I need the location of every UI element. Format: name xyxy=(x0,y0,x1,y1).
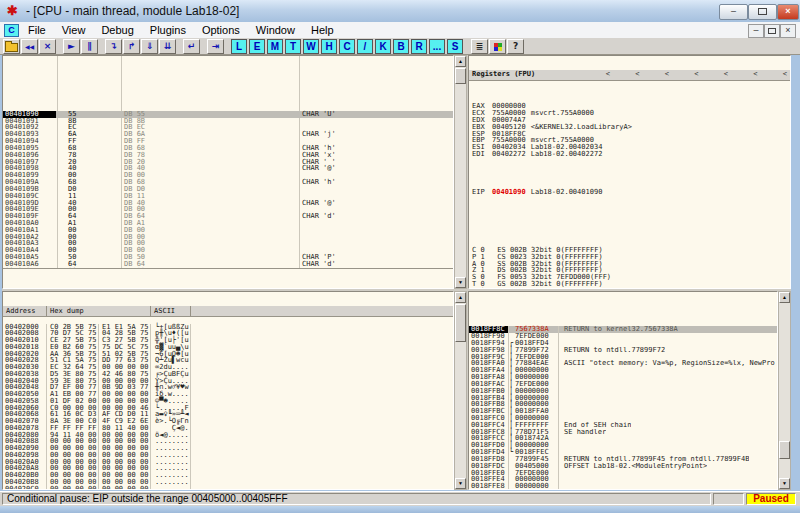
scroll-up-arrow[interactable]: ▲ xyxy=(779,292,790,303)
letter-button[interactable]: E xyxy=(249,39,265,54)
scroll-thumb[interactable] xyxy=(779,441,790,459)
step-into-button[interactable]: ↴ xyxy=(105,39,122,54)
letter-button[interactable]: K xyxy=(375,39,391,54)
stack-comment xyxy=(559,367,564,374)
stack-scrollbar[interactable]: ▲ ▼ xyxy=(778,291,791,490)
disasm-bytes: A1 xyxy=(56,220,120,227)
letter-button[interactable]: T xyxy=(285,39,301,54)
mdi-restore-button[interactable] xyxy=(764,24,780,38)
step-over-button[interactable]: ↱ xyxy=(123,39,140,54)
cpu-window-icon[interactable]: C xyxy=(4,24,19,37)
flag-row[interactable]: T 0 GS 002B 32bit 0(FFFFFFFF) xyxy=(472,281,790,288)
close-button[interactable]: × xyxy=(777,4,799,20)
maximize-button[interactable] xyxy=(748,4,777,20)
menu-item[interactable]: Window xyxy=(248,22,303,38)
register-comment: Lab18-02.00402272 xyxy=(531,151,603,158)
letter-button[interactable]: ... xyxy=(429,39,445,54)
close-program-button[interactable]: × xyxy=(39,39,56,54)
scroll-down-arrow[interactable]: ▼ xyxy=(779,478,790,489)
appearance-button[interactable] xyxy=(489,39,506,54)
colors-icon xyxy=(494,43,502,51)
execute-till-return-button[interactable]: ↵ xyxy=(183,39,200,54)
menu-item[interactable]: Debug xyxy=(93,22,141,38)
stack-comment: SE handler xyxy=(559,429,606,436)
register-comment: <&KERNEL32.LoadLibraryA> xyxy=(531,124,632,131)
letter-button[interactable]: B xyxy=(393,39,409,54)
scroll-thumb[interactable] xyxy=(455,68,466,84)
register-row[interactable]: EDI 00402272 Lab18-02.00402272 xyxy=(472,151,790,158)
letter-button[interactable]: H xyxy=(321,39,337,54)
stack-pane[interactable]: 0018FF8C 7567338A RETURN to kernel32.756… xyxy=(468,291,778,490)
dump-row[interactable]: 004020C0 00 00 00 00 00 00 00 00 .......… xyxy=(3,486,453,490)
log-window-button[interactable]: ≣ xyxy=(471,39,488,54)
disasm-instruction: DB 64 xyxy=(120,213,298,220)
disasm-bytes: 40 xyxy=(56,165,120,172)
window-letter-buttons: LEMTWHC/KBR...S xyxy=(231,39,465,54)
disasm-comment: CHAR '@' xyxy=(298,200,336,207)
letter-button[interactable]: M xyxy=(267,39,283,54)
title-bar: ✱ - [CPU - main thread, module Lab18-02]… xyxy=(0,0,800,23)
letter-button[interactable]: R xyxy=(411,39,427,54)
menu-item[interactable]: Plugins xyxy=(142,22,194,38)
stack-comment xyxy=(559,401,564,408)
letter-button[interactable]: C xyxy=(339,39,355,54)
disassembly-pane[interactable]: 00401090 55 DB 55 CHAR 'U' 00401091 8B D… xyxy=(2,55,454,289)
scroll-thumb[interactable] xyxy=(455,304,466,342)
dump-scrollbar[interactable]: ▲ ▼ xyxy=(454,291,467,490)
maximize-icon xyxy=(758,8,767,15)
scroll-up-arrow[interactable]: ▲ xyxy=(455,292,466,303)
run-button[interactable]: ► xyxy=(63,39,80,54)
menu-item[interactable]: Options xyxy=(194,22,248,38)
register-name: EIP xyxy=(472,189,492,196)
stack-comment: End of SEH chain xyxy=(559,422,631,429)
letter-button[interactable]: W xyxy=(303,39,319,54)
eip-row[interactable]: EIP 00401090 Lab18-02.00401090 xyxy=(472,189,790,196)
disasm-bytes: 68 xyxy=(56,145,120,152)
disasm-comment: CHAR 'd' xyxy=(298,213,336,220)
mdi-close-button[interactable]: × xyxy=(780,24,796,38)
disasm-bytes: 00 xyxy=(56,172,120,179)
stack-comment: RETURN to ntdll.77899F45 from ntdll.7789… xyxy=(559,456,749,463)
registers-pane[interactable]: Registers (FPU) < < < < < < < EAX 000000… xyxy=(468,55,791,289)
disasm-bytes: 50 xyxy=(56,254,120,261)
disasm-comment xyxy=(298,227,302,234)
animate-into-button[interactable]: ⇓ xyxy=(141,39,158,54)
letter-button[interactable]: / xyxy=(357,39,373,54)
menu-item[interactable]: View xyxy=(54,22,94,38)
disasm-scrollbar[interactable]: ▲ ▼ xyxy=(454,55,467,289)
register-comment: msvcrt.755A0000 xyxy=(531,110,594,117)
scroll-down-arrow[interactable]: ▼ xyxy=(455,478,466,489)
animate-over-button[interactable]: ⇊ xyxy=(159,39,176,54)
app-icon: ✱ xyxy=(7,3,18,18)
disasm-row[interactable]: 004010AA 00 DB 00 xyxy=(3,288,453,289)
disasm-comment xyxy=(298,220,302,227)
disasm-bytes: D0 xyxy=(56,186,120,193)
disasm-instruction: DB 8B xyxy=(120,118,298,125)
scroll-up-arrow[interactable]: ▲ xyxy=(455,56,466,67)
open-file-button[interactable] xyxy=(3,39,20,54)
disasm-instruction: DB 68 xyxy=(120,145,298,152)
help-button[interactable]: ? xyxy=(507,39,524,54)
menu-item[interactable]: Help xyxy=(303,22,342,38)
minimize-button[interactable]: – xyxy=(719,4,748,20)
disasm-bytes: EC xyxy=(56,124,120,131)
window-bottom-border xyxy=(0,506,800,513)
go-to-address-button[interactable]: ⇥ xyxy=(207,39,224,54)
mdi-minimize-button[interactable]: – xyxy=(748,24,764,38)
disasm-comment xyxy=(298,234,302,241)
disasm-bytes: 6A xyxy=(56,131,120,138)
menu-item[interactable]: File xyxy=(20,22,54,38)
letter-button[interactable]: L xyxy=(231,39,247,54)
status-spacer xyxy=(713,493,744,505)
scroll-down-arrow[interactable]: ▼ xyxy=(455,277,466,288)
mdi-restore-icon xyxy=(768,28,776,34)
flag-row[interactable]: D 0 xyxy=(472,288,790,289)
pause-button[interactable]: ∥ xyxy=(81,39,98,54)
disasm-comment xyxy=(298,186,302,193)
flags-list: C 0 ES 002B 32bit 0(FFFFFFFF)P 1 CS 0023… xyxy=(472,226,790,289)
disasm-comment: CHAR 'U' xyxy=(298,111,336,118)
memory-dump-pane[interactable]: Address Hex dump ASCII 00402000 C0 2B 5B… xyxy=(2,291,454,490)
dump-ascii: ........ xyxy=(151,486,191,490)
restart-button[interactable]: ◀◀ xyxy=(21,39,38,54)
letter-button[interactable]: S xyxy=(447,39,463,54)
